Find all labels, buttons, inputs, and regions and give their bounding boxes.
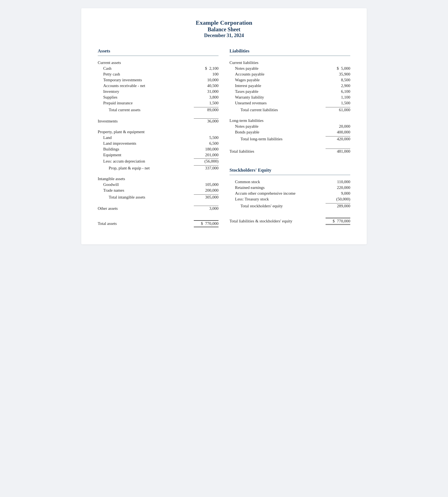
total-current-assets-value: 89,000 (207, 108, 219, 112)
total-equity-amount: 289,000 (326, 203, 350, 208)
ar-net-row: Accounts receivable - net 40,500 (98, 83, 219, 89)
accounts-payable-row: Accounts payable 35,900 (229, 71, 350, 77)
ppe-label: Property, plant & equipment (98, 130, 219, 134)
equipment-label: Equipment (103, 153, 194, 157)
lt-notes-payable-row: Notes payable 20,000 (229, 124, 350, 129)
inventory-amount: 31,000 (194, 89, 219, 94)
other-assets-row: Other assets 3,000 (98, 205, 219, 211)
buildings-label: Buildings (103, 147, 194, 152)
intangible-label: Intangible assets (98, 177, 219, 181)
prepaid-insurance-amount: 1,500 (194, 101, 219, 105)
unearned-revenues-label: Unearned revenues (235, 101, 326, 105)
land-improvements-row: Land improvements 6,500 (98, 141, 219, 146)
ppe-net-amount: 337,000 (194, 165, 219, 171)
retained-earnings-value: 220,000 (337, 185, 350, 190)
retained-earnings-amount: 220,000 (326, 185, 350, 190)
ar-net-amount: 40,500 (194, 83, 219, 88)
total-equity-label: Total stockholders' equity (240, 204, 326, 208)
lt-notes-payable-amount: 20,000 (326, 124, 350, 129)
total-both-value: 770,000 (337, 219, 350, 224)
land-row: Land 5,500 (98, 135, 219, 141)
total-both-label: Total liabilities & stockholders' equity (229, 219, 326, 224)
total-intangibles-label: Total intangible assets (109, 195, 194, 200)
warranty-liability-amount: 1,100 (326, 95, 350, 100)
petty-cash-amount: 100 (194, 72, 219, 77)
total-assets-dollar: $ (201, 221, 203, 226)
treasury-stock-label: Less: Treasury stock (235, 197, 326, 202)
treasury-stock-amount: (50,000) (326, 197, 350, 202)
interest-payable-label: Interest payable (235, 83, 326, 88)
retained-earnings-row: Retained earnings 220,000 (229, 185, 350, 191)
prepaid-insurance-value: 1,500 (209, 101, 219, 105)
report-title: Balance Sheet (98, 26, 350, 33)
notes-payable-amount: $ 5,000 (326, 66, 350, 71)
land-improvements-label: Land improvements (103, 141, 194, 146)
common-stock-amount: 110,000 (326, 180, 350, 184)
trade-names-value: 200,000 (205, 188, 219, 193)
buildings-row: Buildings 180,000 (98, 146, 219, 152)
taxes-payable-value: 6,100 (341, 89, 350, 94)
investments-amount: 36,000 (194, 118, 219, 124)
accum-dep-label: Less: accum depreciation (103, 159, 194, 164)
notes-payable-value: 5,000 (341, 66, 350, 71)
investments-label: Investments (98, 119, 194, 124)
aoci-value: 9,000 (341, 191, 350, 196)
trade-names-amount: 200,000 (194, 188, 219, 193)
inventory-row: Inventory 31,000 (98, 89, 219, 94)
accum-dep-amount: (56,000) (194, 158, 219, 164)
land-improvements-amount: 6,500 (194, 141, 219, 146)
supplies-label: Supplies (103, 95, 194, 100)
current-liabilities-label-row: Current liabilities (229, 60, 350, 66)
total-current-assets-row: Total current assets 89,000 (98, 107, 219, 113)
warranty-liability-row: Warranty liability 1,100 (229, 94, 350, 100)
aoci-label: Accum other comprehensive income (235, 191, 326, 196)
total-intangibles-value: 305,000 (205, 195, 219, 200)
liabilities-header: Liabilities (229, 48, 350, 56)
total-lt-liabilities-label: Total long-term liabilities (240, 137, 326, 141)
lt-notes-payable-label: Notes payable (235, 124, 326, 129)
total-both-row: Total liabilities & stockholders' equity… (229, 217, 350, 225)
temp-investments-label: Temporary investments (103, 78, 194, 82)
other-assets-amount: 3,000 (194, 206, 219, 211)
current-assets-label: Current assets (98, 60, 219, 65)
total-lt-liabilities-value: 420,000 (337, 137, 350, 141)
total-equity-row: Total stockholders' equity 289,000 (229, 203, 350, 209)
total-liabilities-amount: 481,000 (326, 149, 350, 154)
wages-payable-label: Wages payable (235, 78, 326, 82)
buildings-amount: 180,000 (194, 147, 219, 152)
wages-payable-row: Wages payable 8,500 (229, 77, 350, 83)
cash-row: Cash $ 2,100 (98, 66, 219, 71)
accounts-payable-value: 35,900 (339, 72, 350, 77)
supplies-value: 3,800 (209, 95, 219, 100)
liabilities-equity-column: Liabilities Current liabilities Notes pa… (229, 48, 350, 228)
equity-header: Stockholders' Equity (229, 167, 350, 175)
total-assets-row: Total assets $ 770,000 (98, 219, 219, 228)
buildings-value: 180,000 (205, 147, 219, 152)
total-both-amount: $ 770,000 (326, 218, 350, 225)
common-stock-row: Common stock 110,000 (229, 179, 350, 185)
total-current-assets-label: Total current assets (109, 108, 194, 112)
total-liabilities-label: Total liabilities (229, 149, 326, 154)
supplies-amount: 3,800 (194, 95, 219, 100)
equipment-value: 201,000 (205, 153, 219, 157)
land-amount: 5,500 (194, 135, 219, 140)
cash-value: 2,100 (209, 66, 219, 71)
taxes-payable-label: Taxes payable (235, 89, 326, 94)
common-stock-value: 110,000 (337, 180, 350, 184)
ar-net-value: 40,500 (207, 83, 219, 88)
treasury-stock-row: Less: Treasury stock (50,000) (229, 196, 350, 202)
goodwill-amount: 105,000 (194, 182, 219, 187)
taxes-payable-amount: 6,100 (326, 89, 350, 94)
assets-header: Assets (98, 48, 219, 56)
petty-cash-value: 100 (212, 72, 219, 77)
petty-cash-label: Petty cash (103, 72, 194, 77)
total-current-liabilities-row: Total current liabilities 61,000 (229, 107, 350, 113)
wages-payable-value: 8,500 (341, 78, 350, 82)
current-assets-label-row: Current assets (98, 60, 219, 66)
goodwill-value: 105,000 (205, 182, 219, 187)
assets-column: Assets Current assets Cash $ 2,100 Petty… (98, 48, 219, 228)
interest-payable-row: Interest payable 2,900 (229, 83, 350, 89)
report-header: Example Corporation Balance Sheet Decemb… (98, 19, 350, 38)
unearned-revenues-amount: 1,500 (326, 101, 350, 105)
goodwill-row: Goodwill 105,000 (98, 182, 219, 188)
